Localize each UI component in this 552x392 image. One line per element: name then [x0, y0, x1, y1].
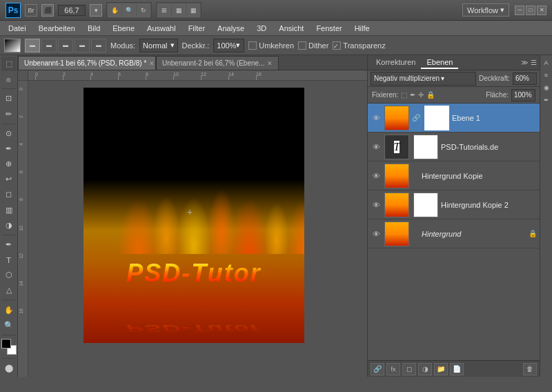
new-group-btn[interactable]: 📁 — [434, 363, 448, 375]
menu-bild[interactable]: Bild — [82, 23, 106, 34]
panel-menu-btn[interactable]: ≫ — [521, 59, 528, 66]
fill-value[interactable]: 100% — [511, 89, 535, 101]
mini-align-btn[interactable]: ≡ — [542, 70, 551, 80]
tool-pen[interactable]: ✒ — [1, 237, 17, 252]
menu-fenster[interactable]: Fenster — [310, 23, 347, 34]
layer-eye-2[interactable]: 👁 — [371, 170, 382, 182]
dither-checkbox[interactable]: Dither — [298, 41, 328, 50]
delete-layer-btn[interactable]: 🗑 — [523, 363, 537, 375]
workflow-button[interactable]: Workflow ▾ — [462, 3, 509, 17]
menu-hilfe[interactable]: Hilfe — [349, 23, 375, 34]
layer-row[interactable]: 👁 🔗 Ebene 1 — [368, 104, 540, 133]
fx-btn[interactable]: fx — [386, 363, 400, 375]
layer-row[interactable]: 👁 Hintergrund Kopie — [368, 161, 540, 190]
shape-btn-1[interactable]: ▬ — [25, 39, 40, 52]
add-mask-btn[interactable]: ◻ — [402, 363, 416, 375]
mini-style-btn[interactable]: ◉ — [542, 83, 551, 92]
menu-filter[interactable]: Filter — [183, 23, 210, 34]
umkehren-check[interactable] — [248, 41, 257, 50]
menu-bearbeiten[interactable]: Bearbeiten — [33, 23, 81, 34]
tab-ebenen[interactable]: Ebenen — [421, 57, 458, 69]
tab-document-2[interactable]: Unbenannt-2 bei 66,7% (Ebene... ✕ — [156, 56, 279, 70]
new-layer-btn[interactable]: 📄 — [450, 363, 464, 375]
modus-value: Normal — [143, 41, 167, 50]
tool-shape[interactable]: △ — [1, 283, 17, 297]
minimize-btn[interactable]: ─ — [515, 6, 524, 15]
tab-korrekturen[interactable]: Korrekturen — [371, 57, 421, 69]
dither-check[interactable] — [298, 41, 306, 50]
tool-eraser[interactable]: ◻ — [1, 187, 17, 202]
grid-btn[interactable]: ⊞ — [157, 3, 171, 17]
shape-btn-5[interactable]: ▬ — [91, 39, 106, 52]
maximize-btn[interactable]: □ — [526, 6, 535, 15]
lock-all-icon[interactable]: 🔒 — [426, 91, 435, 99]
link-layers-btn[interactable]: 🔗 — [371, 363, 384, 375]
menu-ansicht[interactable]: Ansicht — [273, 23, 309, 34]
shape-btn-3[interactable]: ▬ — [58, 39, 73, 52]
hand-tool-btn[interactable]: ✋ — [108, 3, 121, 17]
tab-2-close[interactable]: ✕ — [267, 60, 273, 67]
blend-mode-dropdown[interactable]: Negativ multiplizieren ▾ — [371, 72, 476, 86]
lock-transparent-icon[interactable]: ⬚ — [401, 91, 407, 99]
tool-stamp[interactable]: ⊕ — [1, 157, 17, 171]
tool-eyedropper[interactable]: ✏ — [1, 106, 17, 121]
ruler-vertical: 0 2 4 6 8 10 12 14 16 — [18, 81, 28, 377]
panel-more-btn[interactable]: ☰ — [531, 59, 537, 66]
tool-gradient[interactable]: ▥ — [1, 202, 17, 217]
tool-lasso[interactable]: ⌾ — [1, 72, 17, 86]
tool-quickmask[interactable]: ⬤ — [1, 361, 17, 375]
zoom-tool-btn[interactable]: 🔍 — [122, 3, 136, 17]
rotate-tool-btn[interactable]: ↻ — [137, 3, 150, 17]
layer-row[interactable]: 👁 Hintergrund 🔒 — [368, 219, 540, 248]
lock-move-icon[interactable]: ✛ — [418, 91, 424, 99]
canvas-content[interactable]: PSD-Tutor PSD-Tutor — [28, 81, 367, 377]
shape-btn-2[interactable]: ▬ — [41, 39, 57, 52]
shape-btn-4[interactable]: ▬ — [75, 39, 90, 52]
arrange-btn2[interactable]: ▦ — [186, 3, 200, 17]
tool-text[interactable]: T — [1, 253, 17, 267]
gradient-swatch[interactable] — [4, 39, 21, 52]
arrange-btn[interactable]: ▦ — [172, 3, 186, 17]
layer-eye-0[interactable]: 👁 — [371, 112, 382, 124]
menu-analyse[interactable]: Analyse — [212, 23, 250, 34]
layer-row[interactable]: 👁 T PSD-Tutorials.de — [368, 133, 540, 161]
tool-history[interactable]: ↩ — [1, 172, 17, 186]
layer-eye-4[interactable]: 👁 — [371, 228, 382, 239]
modus-dropdown[interactable]: Normal ▾ — [139, 39, 177, 52]
layer-eye-1[interactable]: 👁 — [371, 141, 382, 153]
fg-color-swatch[interactable] — [1, 339, 11, 349]
transparenz-checkbox[interactable]: Transparenz — [333, 41, 385, 50]
menu-3d[interactable]: 3D — [251, 23, 272, 34]
umkehren-checkbox[interactable]: Umkehren — [248, 41, 294, 50]
tool-hand[interactable]: ✋ — [1, 302, 17, 317]
layer-eye-3[interactable]: 👁 — [371, 199, 382, 210]
mini-text-btn[interactable]: A — [542, 58, 551, 68]
tab-1-close[interactable]: ✕ — [149, 60, 155, 67]
menu-auswahl[interactable]: Auswahl — [141, 23, 181, 34]
tool-crop[interactable]: ⊡ — [1, 91, 17, 106]
ruler-line-6 — [118, 76, 119, 80]
transparenz-check[interactable] — [333, 41, 341, 50]
tool-zoom[interactable]: 🔍 — [1, 318, 17, 333]
tool-dodge[interactable]: ◑ — [1, 218, 17, 233]
layer-link-0[interactable]: 🔗 — [412, 114, 420, 121]
lock-brush-icon[interactable]: ✒ — [410, 91, 415, 99]
layer-row[interactable]: 👁 Hintergrund Kopie 2 — [368, 190, 540, 219]
zoom-dropdown-btn[interactable]: ▾ — [90, 4, 102, 17]
deckkraft-value[interactable]: 100% ▾ — [213, 39, 244, 52]
canvas-area: Unbenannt-1 bei 66,7% (PSD, RGB/8) * ✕ U… — [18, 55, 367, 377]
menu-datei[interactable]: Datei — [3, 23, 32, 34]
tool-spot-heal[interactable]: ⊙ — [1, 126, 17, 141]
ruler-mark-12: 12 — [201, 72, 206, 77]
tab-document-1[interactable]: Unbenannt-1 bei 66,7% (PSD, RGB/8) * ✕ — [18, 56, 156, 70]
mini-brush-btn[interactable]: ✒ — [542, 95, 551, 105]
menu-ebene[interactable]: Ebene — [107, 23, 140, 34]
tool-brush[interactable]: ✒ — [1, 141, 17, 156]
tool-path[interactable]: ⬡ — [1, 268, 17, 282]
tool-sep-6 — [2, 358, 16, 359]
close-btn[interactable]: ✕ — [537, 6, 546, 15]
adjustment-btn[interactable]: ◑ — [418, 363, 432, 375]
optionsbar: ▬ ▬ ▬ ▬ ▬ Modus: Normal ▾ Deckkr.: 100% … — [0, 36, 552, 55]
opacity-value[interactable]: 60% — [513, 72, 537, 85]
tool-marquee[interactable]: ⬚ — [1, 57, 17, 71]
